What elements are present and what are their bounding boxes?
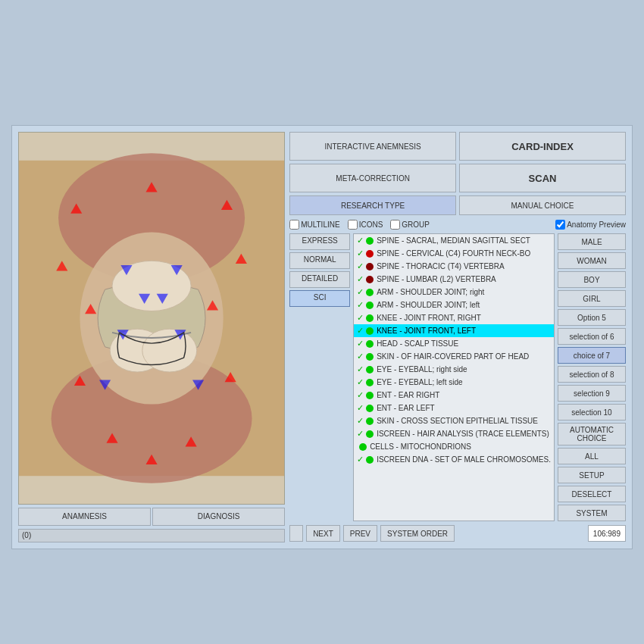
- list-item[interactable]: ✓KNEE - JOINT FRONT, LEFT: [354, 324, 554, 337]
- side-option-btn[interactable]: selection of 6: [558, 328, 626, 345]
- list-item[interactable]: ✓EYE - EYEBALL; right side: [354, 363, 554, 376]
- side-option-btn[interactable]: choice of 7: [558, 347, 626, 364]
- side-buttons: MALEWOMANBOYGIRLOption 5selection of 6ch…: [558, 233, 626, 521]
- check-icon: ✓: [357, 236, 364, 245]
- side-option-btn[interactable]: GIRL: [558, 290, 626, 307]
- sci-btn[interactable]: SCI: [289, 290, 350, 307]
- research-type-btn[interactable]: RESEARCH TYPE: [289, 195, 456, 215]
- list-item[interactable]: ✓ARM - SHOULDER JOINT; left: [354, 299, 554, 311]
- list-item[interactable]: ✓SPINE - CERVICAL (C4) FOURTH NECK-BO: [354, 247, 554, 260]
- interactive-anemnesis-btn[interactable]: INTERACTIVE ANEMNESIS: [289, 132, 456, 161]
- list-item-label: ENT - EAR LEFT: [377, 404, 435, 412]
- side-option-btn[interactable]: DESELECT: [558, 486, 626, 502]
- detailed-btn[interactable]: DETAILED: [289, 271, 350, 288]
- anamnesis-tab[interactable]: ANAMNESIS: [18, 508, 151, 526]
- side-option-btn[interactable]: selection 10: [558, 404, 626, 420]
- list-item-label: SPINE - SACRAL, MEDIAN SAGITTAL SECT: [377, 236, 530, 245]
- list-item-label: CELLS - MITOCHONDRIONS: [370, 442, 471, 451]
- side-option-btn[interactable]: MALE: [558, 233, 626, 250]
- status-dot: [359, 443, 367, 451]
- check-icon: ✓: [357, 429, 364, 439]
- side-option-btn[interactable]: WOMAN: [558, 252, 626, 269]
- list-item-label: SKIN - CROSS SECTION EPITHELIAL TISSUE: [377, 417, 538, 425]
- icons-checkbox[interactable]: [348, 220, 358, 230]
- list-item[interactable]: ✓SPINE - THORACIC (T4) VERTEBRA: [354, 260, 554, 273]
- check-icon: ✓: [357, 249, 364, 258]
- list-item-label: EYE - EYEBALL; right side: [377, 365, 467, 374]
- list-item-label: ISCREEN DNA - SET OF MALE CHROMOSOMES.: [377, 455, 551, 464]
- list-item[interactable]: ✓ENT - EAR RIGHT: [354, 389, 554, 402]
- status-dot: [366, 417, 374, 425]
- icons-label[interactable]: ICONS: [348, 220, 383, 230]
- side-option-btn[interactable]: SYSTEM: [558, 505, 626, 521]
- system-order-btn[interactable]: SYSTEM ORDER: [380, 525, 455, 542]
- list-item[interactable]: ✓SPINE - LUMBAR (L2) VERTEBRA: [354, 273, 554, 286]
- anatomy-preview-checkbox[interactable]: [555, 220, 565, 230]
- check-icon: ✓: [357, 377, 364, 387]
- anatomy-list[interactable]: ✓SPINE - SACRAL, MEDIAN SAGITTAL SECT✓SP…: [353, 233, 555, 521]
- outer-wrapper: ANAMNESIS DIAGNOSIS (0) INTERACTIVE ANEM…: [0, 0, 644, 644]
- normal-btn[interactable]: NORMAL: [289, 252, 350, 269]
- empty-btn-1[interactable]: [289, 525, 303, 542]
- middle-content: EXPRESS NORMAL DETAILED SCI ✓SPINE - SAC…: [289, 233, 626, 521]
- diagnosis-tab[interactable]: DIAGNOSIS: [152, 508, 285, 526]
- express-btn[interactable]: EXPRESS: [289, 233, 350, 250]
- list-item[interactable]: ✓EYE - EYEBALL; left side: [354, 376, 554, 389]
- status-dot: [366, 289, 374, 296]
- order-number-display: 106:989: [588, 525, 626, 542]
- check-icon: ✓: [357, 390, 364, 400]
- side-option-btn[interactable]: SETUP: [558, 467, 626, 483]
- list-item-label: ARM - SHOULDER JOINT; left: [377, 301, 480, 309]
- list-item[interactable]: ✓ENT - EAR LEFT: [354, 402, 554, 414]
- status-dot: [366, 405, 374, 412]
- top-buttons-grid: INTERACTIVE ANEMNESIS CARD-INDEX META-CO…: [289, 132, 626, 192]
- status-dot: [366, 366, 374, 374]
- group-checkbox[interactable]: [390, 220, 400, 230]
- side-option-btn[interactable]: BOY: [558, 271, 626, 288]
- side-option-btn[interactable]: selection of 8: [558, 366, 626, 383]
- list-item[interactable]: ✓SKIN - OF HAIR-COVERED PART OF HEAD: [354, 350, 554, 363]
- status-dot: [366, 430, 374, 438]
- list-item[interactable]: ✓ISCREEN - HAIR ANALYSIS (TRACE ELEMENTS…: [354, 427, 554, 440]
- mode-buttons: EXPRESS NORMAL DETAILED SCI: [289, 233, 350, 521]
- research-row: RESEARCH TYPE MANUAL CHOICE: [289, 195, 626, 215]
- check-icon: ✓: [357, 287, 364, 297]
- anatomy-image-area: [18, 132, 285, 505]
- anatomy-preview-label[interactable]: Anatomy Preview: [555, 220, 626, 230]
- check-icon: ✓: [357, 261, 364, 271]
- list-item-label: KNEE - JOINT FRONT, LEFT: [377, 327, 476, 335]
- svg-point-6: [142, 329, 197, 372]
- manual-choice-btn[interactable]: MANUAL CHOICE: [459, 195, 626, 215]
- list-item[interactable]: ✓ARM - SHOULDER JOINT; right: [354, 286, 554, 299]
- next-btn[interactable]: NEXT: [306, 525, 340, 542]
- list-item[interactable]: ✓SKIN - CROSS SECTION EPITHELIAL TISSUE: [354, 414, 554, 427]
- status-text: (0): [22, 531, 31, 539]
- check-icon: ✓: [357, 313, 364, 323]
- meta-correction-btn[interactable]: META-CORRECTION: [289, 164, 456, 192]
- check-icon: ✓: [357, 300, 364, 310]
- checkboxes-row: MULTILINE ICONS GROUP Anatomy Preview: [289, 218, 626, 230]
- list-item-label: SPINE - THORACIC (T4) VERTEBRA: [377, 262, 505, 270]
- main-container: ANAMNESIS DIAGNOSIS (0) INTERACTIVE ANEM…: [11, 125, 633, 549]
- status-dot: [366, 302, 374, 309]
- bottom-tabs: ANAMNESIS DIAGNOSIS: [18, 508, 285, 526]
- list-item[interactable]: CELLS - MITOCHONDRIONS: [354, 440, 554, 453]
- status-dot: [366, 237, 374, 245]
- scan-btn[interactable]: SCAN: [459, 164, 626, 192]
- multiline-label[interactable]: MULTILINE: [289, 220, 340, 230]
- side-option-btn[interactable]: selection 9: [558, 385, 626, 402]
- list-item[interactable]: ✓ISCREEN DNA - SET OF MALE CHROMOSOMES.: [354, 453, 554, 466]
- side-option-btn[interactable]: Option 5: [558, 309, 626, 326]
- multiline-checkbox[interactable]: [289, 220, 299, 230]
- list-item[interactable]: ✓HEAD - SCALP TISSUE: [354, 337, 554, 350]
- group-label[interactable]: GROUP: [390, 220, 430, 230]
- check-icon: ✓: [357, 326, 364, 336]
- prev-btn[interactable]: PREV: [343, 525, 377, 542]
- list-item[interactable]: ✓SPINE - SACRAL, MEDIAN SAGITTAL SECT: [354, 234, 554, 247]
- side-option-btn[interactable]: ALL: [558, 448, 626, 464]
- side-option-btn[interactable]: AUTOMATIC CHOICE: [558, 423, 626, 445]
- card-index-btn[interactable]: CARD-INDEX: [459, 132, 626, 161]
- list-item[interactable]: ✓KNEE - JOINT FRONT, RIGHT: [354, 311, 554, 324]
- knee-anatomy-svg: [19, 133, 284, 504]
- check-icon: ✓: [357, 455, 364, 464]
